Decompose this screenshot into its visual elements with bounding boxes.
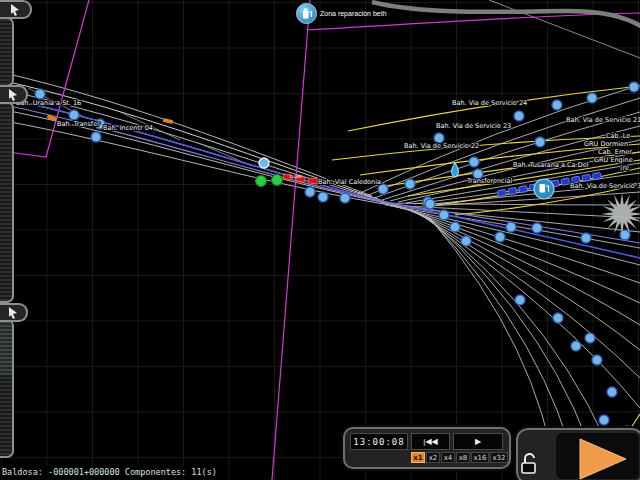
map-label: Bah. Tusarana a Ca.Del (513, 161, 589, 169)
map-label: Bah. Transfer (57, 120, 100, 128)
station-node[interactable] (629, 82, 639, 92)
station-node[interactable] (506, 222, 516, 232)
map-label: Bah. Via de Servicio 22 (404, 142, 479, 150)
blue-train-car[interactable] (508, 187, 517, 194)
blue-train-car[interactable] (561, 178, 570, 185)
station-node[interactable] (587, 93, 597, 103)
pointer-arrow-icon (8, 2, 22, 17)
station-node[interactable] (450, 222, 460, 232)
station-node[interactable] (35, 89, 45, 99)
map-label: Bah. Vial Caledonia (318, 178, 381, 186)
map-label: Bah. Via de Servicio 3 (570, 182, 640, 190)
network-map[interactable]: 1:100Bah. Urania a St. 16Bah. TransferBa… (0, 0, 640, 480)
speed-x4[interactable]: x4 (441, 452, 455, 463)
orange-train-segment[interactable] (163, 118, 174, 124)
speed-selector: x1 x2 x4 x8 x16 x32 (411, 452, 509, 463)
pump-glyph (540, 184, 546, 193)
station-node[interactable] (91, 132, 101, 142)
station-node[interactable] (585, 333, 595, 343)
blue-train-car[interactable] (582, 174, 591, 181)
side-panel-1[interactable] (0, 17, 14, 87)
map-label: Bah. Via de Servicio 23 (436, 122, 511, 130)
map-label: GRU Dormien (584, 140, 628, 148)
station-node[interactable] (581, 233, 591, 243)
advance-button[interactable] (579, 437, 629, 480)
track (420, 214, 640, 408)
station-node[interactable] (515, 295, 525, 305)
game-viewport: 1:100Bah. Urania a St. 16Bah. TransferBa… (0, 0, 640, 480)
notification-label: Zona reparación beth (320, 10, 387, 17)
blue-train-car[interactable] (519, 186, 528, 193)
green-signal-dot[interactable] (272, 175, 283, 186)
speed-x2[interactable]: x2 (426, 452, 440, 463)
station-node[interactable] (469, 157, 479, 167)
pointer-arrow-icon (6, 87, 20, 102)
station-node[interactable] (599, 415, 609, 425)
map-label: Bah. Via de Servicio 24 (452, 99, 527, 107)
station-node[interactable] (571, 341, 581, 351)
rewind-button[interactable]: |◀◀ (411, 433, 450, 450)
side-panel-2[interactable] (0, 101, 14, 303)
map-label: GRU Engine (594, 156, 633, 164)
station-node[interactable] (340, 193, 350, 203)
map-label: Bah. Incentr 04 (103, 124, 153, 132)
station-node[interactable] (552, 100, 562, 110)
red-train-car[interactable] (308, 178, 318, 184)
station-node[interactable] (318, 192, 328, 202)
speed-x8[interactable]: x8 (456, 452, 470, 463)
pointer-arrow-icon (6, 305, 20, 320)
water-drop-icon[interactable] (452, 163, 459, 177)
blue-train-car[interactable] (593, 172, 602, 179)
speed-x16[interactable]: x16 (471, 452, 489, 463)
speed-x32[interactable]: x32 (490, 452, 508, 463)
station-node[interactable] (405, 179, 415, 189)
notification[interactable]: Zona reparación beth (296, 3, 387, 24)
map-label: Transferencial (466, 177, 512, 185)
unlock-icon[interactable] (519, 451, 539, 475)
blue-train-car[interactable] (498, 189, 507, 196)
side-panel-tab-2[interactable] (0, 85, 28, 104)
magenta-boundary (272, 0, 310, 480)
map-label: Cab. Emer (598, 148, 632, 156)
map-label: Cab. Lo (606, 132, 630, 140)
station-node[interactable] (553, 313, 563, 323)
station-node[interactable] (592, 355, 602, 365)
station-node[interactable] (532, 223, 542, 233)
time-control-panel: 13:00:08 |◀◀ ▶ x1 x2 x4 x8 x16 x32 (343, 427, 511, 469)
green-signal-dot[interactable] (256, 176, 267, 187)
station-node[interactable] (535, 137, 545, 147)
station-node[interactable] (259, 158, 269, 168)
station-node[interactable] (425, 199, 435, 209)
station-node[interactable] (69, 110, 79, 120)
play-button[interactable]: ▶ (453, 433, 503, 450)
station-node[interactable] (514, 111, 524, 121)
map-label: Bah. Via de Servicio 21 (566, 116, 640, 124)
station-node[interactable] (495, 232, 505, 242)
side-panel-3-section (0, 321, 12, 375)
fuel-pump-icon[interactable] (296, 3, 317, 24)
map-label: (re (620, 164, 629, 172)
side-panel-3[interactable] (0, 319, 14, 458)
track (395, 207, 640, 248)
side-panel-tab-1[interactable] (0, 0, 32, 19)
clock-display: 13:00:08 (350, 433, 408, 450)
speed-x1[interactable]: x1 (411, 452, 425, 463)
station-node[interactable] (305, 187, 315, 197)
track (380, 203, 640, 205)
advance-well (556, 433, 639, 479)
pump-glyph (301, 7, 313, 20)
station-node[interactable] (461, 236, 471, 246)
track (489, 0, 640, 58)
red-train-label: 1:100 (289, 174, 302, 179)
side-panel-tab-3[interactable] (0, 303, 28, 322)
status-bar: Baldosa: -000001+000000 Componentes: 11(… (0, 466, 221, 479)
station-node[interactable] (607, 387, 617, 397)
station-node[interactable] (439, 210, 449, 220)
